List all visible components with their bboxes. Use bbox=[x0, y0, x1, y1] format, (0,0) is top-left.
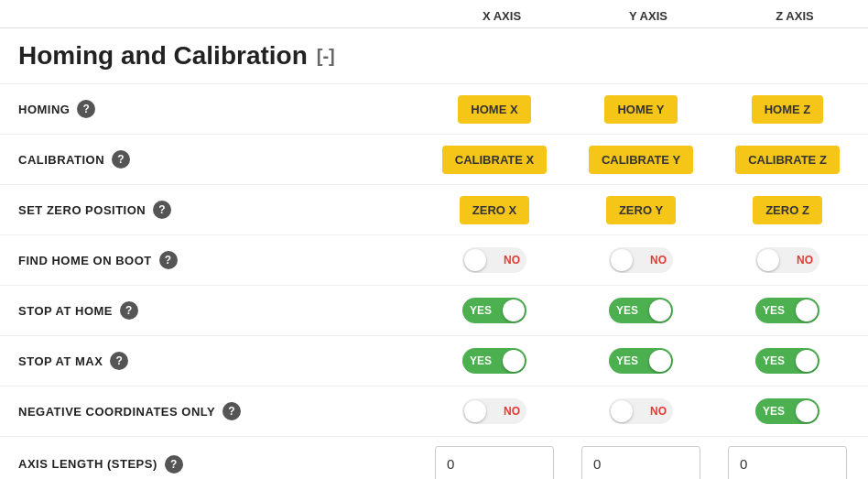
label-stop_at_max: STOP AT MAX? bbox=[0, 352, 421, 370]
label-text-stop_at_max: STOP AT MAX bbox=[18, 354, 103, 368]
label-homing: HOMING? bbox=[0, 100, 421, 118]
cell-negative_coords-z: YES bbox=[714, 389, 861, 433]
help-icon-axis_length[interactable]: ? bbox=[165, 455, 183, 474]
label-negative_coords: NEGATIVE COORDINATES ONLY? bbox=[0, 402, 421, 420]
row-axis_length: AXIS LENGTH (STEPS)? bbox=[0, 437, 868, 479]
toggle-stop_at_max-y[interactable]: YES bbox=[609, 348, 673, 374]
toggle-label-find_home_on_boot-y: NO bbox=[650, 254, 667, 267]
label-axis_length: AXIS LENGTH (STEPS)? bbox=[0, 455, 421, 474]
cell-calibration-z: CALIBRATE Z bbox=[714, 136, 861, 183]
label-text-find_home_on_boot: FIND HOME ON BOOT bbox=[18, 254, 152, 267]
toggle-label-find_home_on_boot-x: NO bbox=[504, 254, 520, 267]
toggle-find_home_on_boot-x[interactable]: NO bbox=[462, 247, 526, 273]
cell-homing-y: HOME Y bbox=[568, 86, 714, 133]
btn-calibration-x[interactable]: CALIBRATE X bbox=[442, 146, 547, 174]
btn-set_zero-z[interactable]: ZERO Z bbox=[753, 196, 822, 224]
toggle-negative_coords-x[interactable]: NO bbox=[462, 398, 526, 424]
toggle-stop_at_home-z[interactable]: YES bbox=[755, 298, 819, 323]
toggle-label-stop_at_max-z: YES bbox=[763, 354, 785, 367]
toggle-label-negative_coords-y: NO bbox=[650, 405, 667, 418]
label-stop_at_home: STOP AT HOME? bbox=[0, 301, 421, 320]
help-icon-stop_at_max[interactable]: ? bbox=[110, 352, 128, 370]
help-icon-stop_at_home[interactable]: ? bbox=[120, 301, 138, 320]
cell-calibration-y: CALIBRATE Y bbox=[568, 136, 714, 183]
btn-homing-y[interactable]: HOME Y bbox=[604, 95, 677, 124]
help-icon-set_zero[interactable]: ? bbox=[153, 201, 171, 219]
cell-set_zero-y: ZERO Y bbox=[568, 187, 714, 234]
z-axis-header: Z AXIS bbox=[722, 9, 868, 23]
controls-set_zero: ZERO XZERO YZERO Z bbox=[421, 187, 868, 234]
toggle-label-stop_at_home-x: YES bbox=[470, 304, 492, 317]
controls-calibration: CALIBRATE XCALIBRATE YCALIBRATE Z bbox=[421, 136, 868, 183]
label-text-negative_coords: NEGATIVE COORDINATES ONLY bbox=[18, 405, 215, 419]
toggle-label-negative_coords-x: NO bbox=[504, 405, 520, 418]
toggle-negative_coords-z[interactable]: YES bbox=[755, 398, 819, 424]
cell-axis_length-z bbox=[714, 437, 861, 479]
toggle-knob-find_home_on_boot-x bbox=[464, 249, 486, 271]
cell-calibration-x: CALIBRATE X bbox=[421, 136, 568, 183]
toggle-knob-stop_at_max-x bbox=[503, 350, 525, 372]
toggle-knob-negative_coords-x bbox=[464, 400, 486, 422]
help-icon-homing[interactable]: ? bbox=[77, 100, 95, 118]
label-set_zero: SET ZERO POSITION? bbox=[0, 201, 421, 219]
btn-calibration-z[interactable]: CALIBRATE Z bbox=[735, 146, 840, 174]
cell-stop_at_home-z: YES bbox=[714, 288, 861, 332]
toggle-label-stop_at_max-y: YES bbox=[616, 354, 638, 367]
toggle-knob-stop_at_max-y bbox=[649, 350, 671, 372]
btn-homing-z[interactable]: HOME Z bbox=[752, 95, 824, 124]
label-text-homing: HOMING bbox=[18, 103, 70, 116]
cell-find_home_on_boot-x: NO bbox=[421, 238, 568, 282]
cell-find_home_on_boot-z: NO bbox=[714, 238, 861, 282]
btn-homing-x[interactable]: HOME X bbox=[458, 95, 530, 124]
toggle-stop_at_home-y[interactable]: YES bbox=[609, 298, 673, 323]
controls-stop_at_home: YESYESYES bbox=[421, 288, 868, 332]
help-icon-find_home_on_boot[interactable]: ? bbox=[159, 251, 178, 269]
toggle-find_home_on_boot-y[interactable]: NO bbox=[609, 247, 673, 273]
toggle-knob-negative_coords-y bbox=[611, 400, 633, 422]
label-text-stop_at_home: STOP AT HOME bbox=[18, 304, 113, 318]
controls-axis_length bbox=[421, 437, 868, 479]
controls-homing: HOME XHOME YHOME Z bbox=[421, 86, 868, 133]
input-axis_length-x[interactable] bbox=[435, 446, 554, 479]
cell-set_zero-x: ZERO X bbox=[421, 187, 568, 234]
row-set_zero: SET ZERO POSITION?ZERO XZERO YZERO Z bbox=[0, 185, 868, 235]
cell-axis_length-x bbox=[421, 437, 568, 479]
help-icon-negative_coords[interactable]: ? bbox=[222, 402, 241, 420]
page-title-text: Homing and Calibration bbox=[18, 41, 308, 71]
cell-negative_coords-x: NO bbox=[421, 389, 568, 433]
controls-find_home_on_boot: NONONO bbox=[421, 238, 868, 282]
collapse-icon[interactable]: [-] bbox=[317, 46, 335, 67]
help-icon-calibration[interactable]: ? bbox=[112, 150, 130, 169]
cell-find_home_on_boot-y: NO bbox=[568, 238, 714, 282]
input-axis_length-z[interactable] bbox=[728, 446, 847, 479]
label-text-set_zero: SET ZERO POSITION bbox=[18, 203, 146, 217]
row-homing: HOMING?HOME XHOME YHOME Z bbox=[0, 84, 868, 135]
controls-negative_coords: NONOYES bbox=[421, 389, 868, 433]
cell-set_zero-z: ZERO Z bbox=[714, 187, 861, 234]
cell-negative_coords-y: NO bbox=[568, 389, 714, 433]
input-axis_length-y[interactable] bbox=[581, 446, 700, 479]
label-calibration: CALIBRATION? bbox=[0, 150, 421, 169]
btn-set_zero-x[interactable]: ZERO X bbox=[460, 196, 529, 224]
cell-homing-x: HOME X bbox=[421, 86, 568, 133]
cell-homing-z: HOME Z bbox=[714, 86, 861, 133]
page-title: Homing and Calibration [-] bbox=[0, 28, 868, 84]
toggle-label-stop_at_home-y: YES bbox=[616, 304, 638, 317]
toggle-find_home_on_boot-z[interactable]: NO bbox=[755, 247, 819, 273]
btn-set_zero-y[interactable]: ZERO Y bbox=[606, 196, 676, 224]
toggle-negative_coords-y[interactable]: NO bbox=[609, 398, 673, 424]
toggle-stop_at_max-z[interactable]: YES bbox=[755, 348, 819, 374]
toggle-label-find_home_on_boot-z: NO bbox=[797, 254, 813, 267]
cell-stop_at_max-y: YES bbox=[568, 339, 714, 383]
toggle-stop_at_max-x[interactable]: YES bbox=[462, 348, 526, 374]
cell-stop_at_max-z: YES bbox=[714, 339, 861, 383]
cell-stop_at_home-y: YES bbox=[568, 288, 714, 332]
toggle-stop_at_home-x[interactable]: YES bbox=[462, 298, 526, 323]
row-negative_coords: NEGATIVE COORDINATES ONLY?NONOYES bbox=[0, 386, 868, 437]
row-calibration: CALIBRATION?CALIBRATE XCALIBRATE YCALIBR… bbox=[0, 135, 868, 185]
x-axis-header: X AXIS bbox=[429, 9, 575, 23]
toggle-knob-negative_coords-z bbox=[796, 400, 818, 422]
toggle-knob-stop_at_max-z bbox=[796, 350, 818, 372]
row-stop_at_max: STOP AT MAX?YESYESYES bbox=[0, 336, 868, 386]
btn-calibration-y[interactable]: CALIBRATE Y bbox=[589, 146, 693, 174]
